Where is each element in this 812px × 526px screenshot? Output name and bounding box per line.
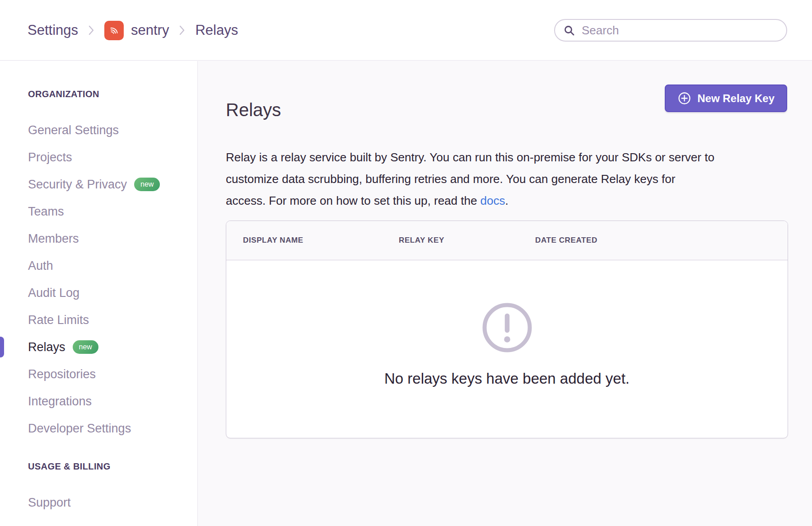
column-header-relay-key: RELAY KEY [399,236,535,245]
sidebar-item-label: Members [28,232,79,246]
exclamation-circle-icon [482,302,532,353]
empty-state: No relays keys have been added yet. [226,260,788,438]
sidebar-item-label: Security & Privacy [28,178,127,192]
sidebar-item-label: Integrations [28,394,92,409]
sidebar-item-label: Projects [28,150,72,164]
chevron-right-icon [88,24,94,36]
sidebar-item-label: Audit Log [28,286,79,300]
new-badge: new [73,340,98,354]
sidebar-item-label: General Settings [28,123,119,137]
sidebar-section-organization: ORGANIZATION [28,80,197,108]
sidebar-item-integrations[interactable]: Integrations [28,388,197,415]
description-text: Relay is a relay service built by Sentry… [226,150,714,207]
sidebar-item-teams[interactable]: Teams [28,198,197,225]
sidebar-item-auth[interactable]: Auth [28,252,197,279]
empty-state-message: No relays keys have been added yet. [384,370,630,387]
plus-circle-icon [677,91,691,105]
search-input[interactable] [581,23,778,38]
sidebar-item-audit-log[interactable]: Audit Log [28,279,197,306]
description-text-end: . [505,194,509,207]
column-header-display-name: DISPLAY NAME [243,236,399,245]
sidebar-item-general-settings[interactable]: General Settings [28,117,197,144]
docs-link[interactable]: docs [481,194,505,207]
settings-sidebar: ORGANIZATION General Settings Projects S… [0,61,198,526]
chevron-right-icon [179,24,185,36]
sidebar-section-usage-billing: USAGE & BILLING [28,453,197,480]
sidebar-item-label: Developer Settings [28,422,131,436]
column-header-date-created: DATE CREATED [535,236,788,245]
new-relay-key-button[interactable]: New Relay Key [665,85,787,112]
active-item-indicator [0,337,4,357]
sentry-logo-icon [104,21,124,40]
relay-keys-table: DISPLAY NAME RELAY KEY DATE CREATED No r… [226,221,788,438]
search-icon [563,24,575,37]
sidebar-item-relays[interactable]: Relays new [28,333,197,361]
top-bar: Settings sentry Relays [0,0,812,61]
search-box [554,19,787,42]
breadcrumb: Settings sentry Relays [28,0,238,61]
breadcrumb-page: Relays [195,22,238,38]
sidebar-item-support[interactable]: Support [28,489,197,516]
sidebar-item-rate-limits[interactable]: Rate Limits [28,306,197,333]
table-header-row: DISPLAY NAME RELAY KEY DATE CREATED [226,221,788,260]
page-title: Relays [226,98,281,122]
sidebar-item-label: Relays [28,340,65,354]
breadcrumb-organization[interactable]: sentry [104,21,169,40]
breadcrumb-settings[interactable]: Settings [28,22,78,38]
breadcrumb-org-label: sentry [131,22,169,38]
sidebar-item-security-privacy[interactable]: Security & Privacy new [28,171,197,198]
sidebar-item-label: Support [28,496,71,510]
sidebar-item-developer-settings[interactable]: Developer Settings [28,415,197,442]
sidebar-item-projects[interactable]: Projects [28,144,197,171]
sidebar-item-members[interactable]: Members [28,225,197,252]
sidebar-item-label: Rate Limits [28,313,89,327]
sidebar-item-label: Teams [28,205,64,219]
relay-description: Relay is a relay service built by Sentry… [226,146,718,211]
new-badge: new [134,178,160,191]
sidebar-item-label: Repositories [28,367,96,381]
new-relay-key-button-label: New Relay Key [697,92,775,105]
sidebar-item-repositories[interactable]: Repositories [28,361,197,388]
sidebar-item-label: Auth [28,259,53,273]
